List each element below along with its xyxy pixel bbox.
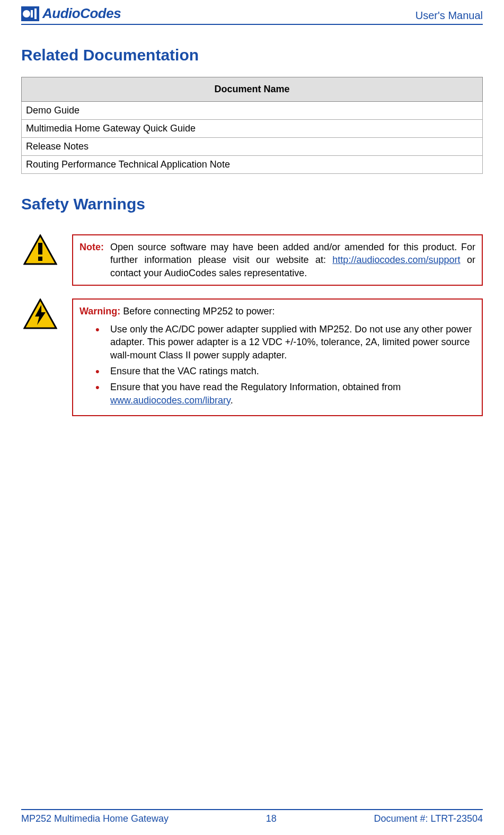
table-row: Multimedia Home Gateway Quick Guide <box>22 120 483 138</box>
warning-intro: Before connecting MP252 to power: <box>120 306 275 317</box>
note-link[interactable]: http://audiocodes.com/support <box>332 254 460 265</box>
page-footer: MP252 Multimedia Home Gateway 18 Documen… <box>21 809 483 824</box>
note-box: Note: Open source software may have been… <box>72 234 483 286</box>
audiocodes-mark-icon <box>21 6 39 21</box>
list-item: Use only the AC/DC power adapter supplie… <box>95 323 475 362</box>
table-row: Release Notes <box>22 138 483 156</box>
brand-logo: AudioCodes <box>21 5 121 22</box>
warning-bullet-list: Use only the AC/DC power adapter supplie… <box>95 323 475 407</box>
electric-shock-icon <box>21 298 59 329</box>
warning-box: Warning: Before connecting MP252 to powe… <box>72 298 483 416</box>
note-text: Open source software may have been added… <box>110 241 475 279</box>
heading-safety-warnings: Safety Warnings <box>21 195 483 213</box>
svg-rect-5 <box>38 243 42 254</box>
related-documents-table: Document Name Demo Guide Multimedia Home… <box>21 77 483 174</box>
warning-callout: Warning: Before connecting MP252 to powe… <box>21 298 483 416</box>
bullet3-after: . <box>231 395 233 406</box>
table-cell: Demo Guide <box>22 102 483 120</box>
warning-intro-line: Warning: Before connecting MP252 to powe… <box>79 305 475 318</box>
table-row: Routing Performance Technical Applicatio… <box>22 156 483 174</box>
note-callout: Note: Open source software may have been… <box>21 234 483 286</box>
bullet3-before: Ensure that you have read the Regulatory… <box>110 382 401 392</box>
svg-rect-2 <box>31 10 33 17</box>
table-row: Demo Guide <box>22 102 483 120</box>
bullet3-link[interactable]: www.audiocodes.com/library <box>110 395 231 406</box>
warning-triangle-icon <box>21 234 59 265</box>
header-right-text: User's Manual <box>415 10 483 22</box>
list-item: Ensure that the VAC ratings match. <box>95 365 475 377</box>
table-cell: Routing Performance Technical Applicatio… <box>22 156 483 174</box>
brand-name: AudioCodes <box>42 5 121 22</box>
footer-left: MP252 Multimedia Home Gateway <box>21 813 169 824</box>
warning-label: Warning: <box>79 306 120 317</box>
page-content: AudioCodes User's Manual Related Documen… <box>0 0 504 416</box>
note-label: Note: <box>79 241 110 279</box>
footer-page-number: 18 <box>266 813 277 824</box>
table-header: Document Name <box>22 77 483 102</box>
page-header: AudioCodes User's Manual <box>21 5 483 25</box>
svg-point-1 <box>23 10 30 17</box>
list-item: Ensure that you have read the Regulatory… <box>95 381 475 407</box>
svg-rect-3 <box>34 8 37 19</box>
table-cell: Multimedia Home Gateway Quick Guide <box>22 120 483 138</box>
footer-right: Document #: LTRT-23504 <box>374 813 483 824</box>
svg-rect-6 <box>38 257 42 261</box>
table-cell: Release Notes <box>22 138 483 156</box>
heading-related-documentation: Related Documentation <box>21 46 483 64</box>
